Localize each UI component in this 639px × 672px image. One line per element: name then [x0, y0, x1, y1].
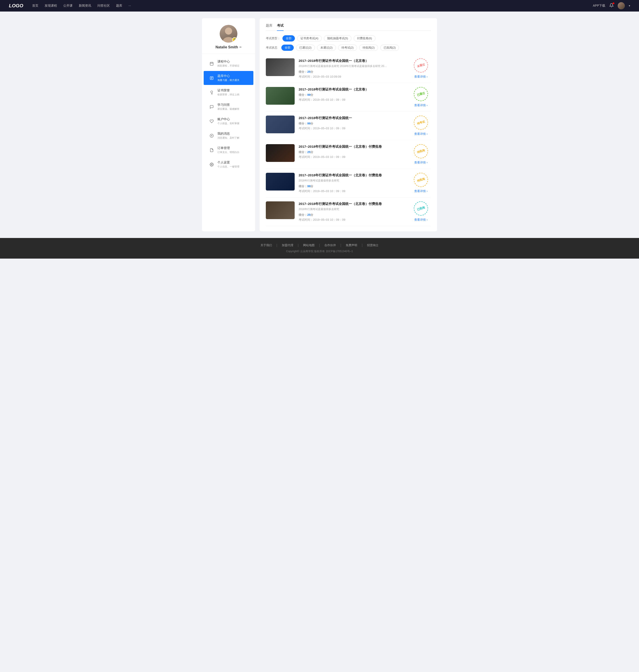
- main-content: 题库 考试 考试类型： 全部 证书类考试(4) 随机抽题考试(5) 付费批卷(6…: [260, 18, 437, 231]
- status-filter-review[interactable]: 待批阅(2): [359, 45, 378, 51]
- exam-time-6: 考试时间：2019–05–03 10：09：09: [299, 218, 407, 222]
- sidebar-course-sub: 精彩课程，不容错过: [217, 64, 248, 67]
- sidebar-messages-title: 我的消息: [217, 132, 248, 136]
- exam-item-5: 2017–2018年行测证件考试全国统一（北京卷）付费批卷 2018年行测考试是…: [266, 169, 431, 197]
- account-icon: [209, 119, 214, 124]
- exam-thumb-3: [266, 115, 295, 133]
- nav-home[interactable]: 首页: [32, 4, 38, 8]
- sidebar-item-account[interactable]: 账户中心 个人权益、实时掌握: [204, 114, 253, 128]
- tab-questionbank[interactable]: 题库: [266, 23, 272, 30]
- exam-action-6: 已批阅 查看详情 ›: [411, 202, 431, 222]
- type-filter-row: 考试类型： 全部 证书类考试(4) 随机抽题考试(5) 付费批卷(6): [266, 35, 431, 42]
- nav-more[interactable]: ···: [128, 4, 131, 8]
- exam-thumb-1: [266, 58, 295, 76]
- exam-detail-link-5[interactable]: 查看详情 ›: [414, 189, 427, 193]
- svg-rect-2: [210, 62, 213, 65]
- exam-thumb-5: [266, 173, 295, 191]
- sidebar-item-qa[interactable]: 学习问答 课后重温、疑难解答: [204, 100, 253, 114]
- notification-bell[interactable]: [609, 3, 614, 9]
- sidebar-cert-sub: 收获荣誉，持证上岗: [217, 93, 248, 96]
- exam-action-5: 待批阅 查看详情 ›: [411, 173, 431, 193]
- nav-right: APP下载 ▾: [593, 2, 630, 9]
- footer-about[interactable]: 关于我们: [261, 243, 272, 247]
- sidebar-item-course[interactable]: 课程中心 精彩课程，不容错过: [204, 57, 253, 70]
- nav-news[interactable]: 新闻资讯: [79, 4, 91, 8]
- status-filter-pending[interactable]: 待考试(2): [338, 45, 357, 51]
- main-container: 🏅 Natalie Smith ✏ 课程中心 精彩课程，不容错过: [198, 18, 441, 231]
- qa-icon: [209, 104, 214, 110]
- nav-discover[interactable]: 发现课程: [45, 4, 57, 8]
- status-filter-failed[interactable]: 未通过(2): [317, 45, 336, 51]
- status-filter-passed[interactable]: 已通过(2): [296, 45, 315, 51]
- footer: 关于我们 | 加盟代理 | 网站地图 | 合作伙伴 | 免费声明 | 招贤纳士 …: [0, 238, 639, 259]
- sidebar-qa-sub: 课后重温、疑难解答: [217, 107, 248, 111]
- sidebar-course-title: 课程中心: [217, 60, 248, 64]
- exam-detail-link-2[interactable]: 查看详情 ›: [414, 103, 427, 107]
- footer-recruit[interactable]: 招贤纳士: [367, 243, 378, 247]
- status-stamp-3: 待考试: [412, 114, 430, 131]
- exam-desc-1: 2018年行测考试是最值得多去研究 2018年行测考试是最值得多去研究 2018…: [299, 64, 387, 68]
- exam-detail-link-3[interactable]: 查看详情 ›: [414, 132, 427, 136]
- type-filter-paid[interactable]: 付费批卷(6): [354, 35, 375, 42]
- sidebar-account-sub: 个人权益、实时掌握: [217, 122, 248, 125]
- exam-time-3: 考试时间：2019–05–03 10：09：09: [299, 126, 407, 130]
- footer-sitemap[interactable]: 网站地图: [303, 243, 315, 247]
- messages-icon: [209, 133, 214, 139]
- exam-title-5: 2017–2018年行测证件考试全国统一（北京卷）付费批卷: [299, 173, 407, 177]
- status-stamp-5: 待批阅: [412, 171, 430, 189]
- exam-info-4: 2017–2018年行测证件考试全国统一（北京卷）付费批卷 得分：25分 考试时…: [299, 144, 407, 159]
- sidebar-profile: 🏅 Natalie Smith ✏: [202, 18, 255, 54]
- svg-point-14: [211, 164, 212, 165]
- user-avatar-nav[interactable]: [618, 2, 625, 9]
- sidebar-account-title: 账户中心: [217, 117, 248, 121]
- exam-time-1: 考试时间：2019–05–03 10:09:09: [299, 75, 407, 79]
- status-filter-all[interactable]: 全部: [281, 45, 294, 51]
- footer-partner[interactable]: 合作伙伴: [324, 243, 336, 247]
- sidebar-item-questionbank[interactable]: 题库中心 海量习题，助力通关: [204, 71, 253, 85]
- settings-icon: [209, 162, 214, 167]
- exam-desc-6: 2018年行测考试是最值得多去研究: [299, 207, 387, 211]
- exam-item-3: 2017–2018年行测证件考试全国统一 得分：99分 考试时间：2019–05…: [266, 112, 431, 140]
- app-download-link[interactable]: APP下载: [593, 4, 605, 8]
- course-icon: [209, 61, 214, 66]
- exam-detail-link-6[interactable]: 查看详情 ›: [414, 218, 427, 222]
- tab-exam[interactable]: 考试: [277, 23, 283, 30]
- exam-time-4: 考试时间：2019–05–03 10：09：09: [299, 155, 407, 159]
- sidebar-item-settings[interactable]: 个人设置 个人信息、一键管理: [204, 158, 253, 172]
- exam-item-4: 2017–2018年行测证件考试全国统一（北京卷）付费批卷 得分：25分 考试时…: [266, 140, 431, 169]
- exam-item-6: 2017–2018年行测证件考试全国统一（北京卷）付费批卷 2018年行测考试是…: [266, 197, 431, 226]
- exam-time-2: 考试时间：2019–05–03 10：09：09: [299, 98, 407, 102]
- nav-qa[interactable]: 问答社区: [97, 4, 110, 8]
- exam-title-2: 2017–2018年行测证件考试全国统一（北京卷）: [299, 87, 407, 92]
- questionbank-icon: [209, 76, 214, 81]
- profile-edit-icon[interactable]: ✏: [239, 46, 241, 49]
- navbar: LOGO 首页 发现课程 公开课 新闻资讯 问答社区 题库 ··· APP下载 …: [0, 0, 639, 12]
- exam-score-2: 得分：99分: [299, 93, 407, 97]
- footer-links: 关于我们 | 加盟代理 | 网站地图 | 合作伙伴 | 免费声明 | 招贤纳士: [9, 243, 630, 247]
- exam-info-1: 2017–2018年行测证件考试全国统一（北京卷） 2018年行测考试是最值得多…: [299, 58, 407, 79]
- sidebar-item-orders[interactable]: 订单管理 订单支出、明明白白: [204, 143, 253, 157]
- nav-questionbank[interactable]: 题库: [116, 4, 122, 8]
- exam-detail-link-4[interactable]: 查看详情 ›: [414, 161, 427, 164]
- type-filter-cert[interactable]: 证书类考试(4): [297, 35, 322, 42]
- type-filter-random[interactable]: 随机抽题考试(5): [324, 35, 352, 42]
- exam-action-1: 未通过 查看详情 ›: [411, 58, 431, 79]
- avatar: 🏅: [220, 25, 237, 43]
- sidebar-item-messages[interactable]: 我的消息 消息通知、及时了解: [204, 129, 253, 143]
- exam-info-5: 2017–2018年行测证件考试全国统一（北京卷）付费批卷 2018年行测考试是…: [299, 173, 407, 193]
- footer-agency[interactable]: 加盟代理: [282, 243, 293, 247]
- status-filter-reviewed[interactable]: 已批阅(2): [380, 45, 399, 51]
- exam-item-2: 2017–2018年行测证件考试全国统一（北京卷） 得分：99分 考试时间：20…: [266, 83, 431, 112]
- nav-opencourse[interactable]: 公开课: [63, 4, 73, 8]
- sidebar-item-certificate[interactable]: 证书荣誉 收获荣誉，持证上岗: [204, 85, 253, 99]
- exam-score-4: 得分：25分: [299, 150, 407, 154]
- type-filter-all[interactable]: 全部: [282, 35, 295, 42]
- sidebar-orders-title: 订单管理: [217, 146, 248, 150]
- footer-disclaimer[interactable]: 免费声明: [346, 243, 357, 247]
- user-menu-chevron[interactable]: ▾: [629, 4, 630, 7]
- exam-title-4: 2017–2018年行测证件考试全国统一（北京卷）付费批卷: [299, 144, 407, 149]
- exam-detail-link-1[interactable]: 查看详情 ›: [414, 75, 427, 79]
- status-stamp-2: 已通过: [412, 85, 430, 103]
- medal-badge: 🏅: [232, 37, 237, 42]
- exam-list: 2017–2018年行测证件考试全国统一（北京卷） 2018年行测考试是最值得多…: [266, 54, 431, 226]
